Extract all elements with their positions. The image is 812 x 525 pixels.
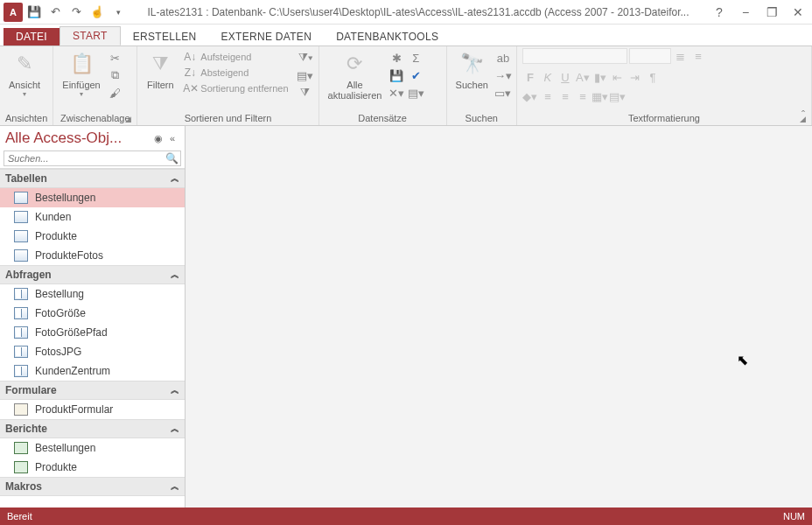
nav-group-header[interactable]: Makros︽ [0,477,185,496]
form-icon [14,403,28,416]
document-area: ⬉ [186,126,812,508]
numbering-icon[interactable]: ≡ [690,48,706,64]
nav-item-label: FotoGrößePfad [35,326,108,339]
totals-icon[interactable]: Σ [408,50,424,66]
nav-collapse-icon[interactable]: « [165,133,179,144]
new-record-icon[interactable]: ✱ [388,50,404,66]
group-collapse-icon[interactable]: ︽ [171,423,179,435]
group-label-textfmt: Textformatierung◢ [522,112,806,125]
copy-icon[interactable]: ⧉ [108,67,123,83]
collapse-ribbon-icon[interactable]: ˆ [802,109,805,122]
nav-header[interactable]: Alle Access-Obj... ◉ « [0,126,185,150]
refresh-all-button[interactable]: ⟳ Alle aktualisieren [325,48,386,102]
tab-externe daten[interactable]: EXTERNE DATEN [208,28,324,46]
minimize-icon[interactable]: − [735,3,756,22]
group-collapse-icon[interactable]: ︽ [171,269,179,281]
nav-item[interactable]: Bestellungen [0,438,185,458]
nav-item[interactable]: Kunden [0,207,185,227]
advanced-filter-icon[interactable]: ▤▾ [298,67,313,83]
help-icon[interactable]: ? [709,3,730,22]
selection-filter-icon[interactable]: ⧩▾ [298,50,313,66]
group-collapse-icon[interactable]: ︽ [171,480,179,493]
nav-item[interactable]: FotoGröße [0,304,185,323]
nav-item-label: Bestellungen [35,192,95,204]
nav-item[interactable]: Bestellungen [0,188,185,207]
save-record-icon[interactable]: 💾 [388,67,404,83]
query-icon [14,326,28,339]
tab-datenbanktools[interactable]: DATENBANKTOOLS [324,28,451,46]
nav-item-label: ProdukteFotos [35,249,103,262]
undo-icon[interactable]: ↶ [46,3,65,22]
filter-button[interactable]: ⧩ Filtern [143,48,178,92]
tab-start[interactable]: START [60,26,121,46]
nav-item[interactable]: ProduktFormular [0,400,185,419]
gridlines-icon[interactable]: ▦▾ [592,88,608,104]
delete-record-icon[interactable]: ✕▾ [388,85,404,101]
fill-color-icon[interactable]: ◆▾ [522,88,538,104]
clipboard-dialog-launcher-icon[interactable]: ◢ [125,115,131,123]
close-icon[interactable]: ✕ [788,3,808,22]
group-ansichten: ✎ Ansicht ▾ Ansichten [0,46,53,125]
nav-item[interactable]: KundenZentrum [0,361,185,381]
nav-search-input[interactable] [4,151,163,165]
sort-asc-button[interactable]: A↓Aufsteigend [181,50,290,64]
nav-item-label: FotosJPG [35,346,81,358]
font-family-select[interactable] [522,48,627,64]
nav-item[interactable]: ProdukteFotos [0,246,185,265]
nav-item-label: Kunden [35,211,71,223]
bullets-icon[interactable]: ≣ [673,48,689,64]
window-controls: ? − ❐ ✕ [709,3,808,22]
nav-group-header[interactable]: Formulare︽ [0,381,185,400]
indent-inc-icon[interactable]: ⇥ [627,69,643,85]
group-label-sortfilter: Sortieren und Filtern [143,112,312,125]
nav-item[interactable]: FotosJPG [0,342,185,361]
tab-erstellen[interactable]: ERSTELLEN [121,28,209,46]
nav-item[interactable]: Produkte [0,227,185,246]
touch-mode-icon[interactable]: ☝ [88,3,107,22]
bold-icon[interactable]: F [522,69,538,85]
sort-desc-button[interactable]: Z↓Absteigend [181,66,290,80]
select-icon[interactable]: ▭▾ [495,85,511,101]
nav-group-header[interactable]: Tabellen︽ [0,169,185,188]
nav-group-header[interactable]: Berichte︽ [0,419,185,438]
tab-file[interactable]: DATEI [4,28,60,46]
ansicht-label: Ansicht [9,80,40,90]
redo-icon[interactable]: ↷ [66,3,86,22]
align-right-icon[interactable]: ≡ [575,88,591,104]
nav-object-list[interactable]: Tabellen︽BestellungenKundenProdukteProdu… [0,168,185,508]
find-button[interactable]: 🔭 Suchen [452,48,492,92]
nav-item[interactable]: FotoGrößePfad [0,323,185,342]
font-size-select[interactable] [629,48,671,64]
group-label-find: Suchen [452,112,511,125]
more-records-icon[interactable]: ▤▾ [408,85,424,101]
cut-icon[interactable]: ✂ [108,50,123,66]
ansicht-button[interactable]: ✎ Ansicht ▾ [5,48,44,100]
highlight-icon[interactable]: ▮▾ [592,69,608,85]
nav-group-header[interactable]: Abfragen︽ [0,265,185,284]
replace-icon[interactable]: ab [495,50,511,66]
qat-customize-icon[interactable]: ▾ [108,3,128,22]
align-left-icon[interactable]: ≡ [540,88,556,104]
underline-icon[interactable]: U [557,69,573,85]
italic-icon[interactable]: K [540,69,556,85]
group-find: 🔭 Suchen ab →▾ ▭▾ Suchen [447,46,517,125]
nav-filter-icon[interactable]: ◉ [151,133,165,144]
group-collapse-icon[interactable]: ︽ [171,384,179,396]
nav-search-icon[interactable]: 🔍 [163,151,180,165]
ltr-icon[interactable]: ¶ [645,69,661,85]
save-icon[interactable]: 💾 [24,3,44,22]
font-color-icon[interactable]: A▾ [575,69,591,85]
alt-row-color-icon[interactable]: ▤▾ [610,88,626,104]
group-collapse-icon[interactable]: ︽ [171,172,179,185]
format-painter-icon[interactable]: 🖌 [108,85,123,101]
paste-button[interactable]: 📋 Einfügen ▾ [59,48,103,100]
sort-clear-button[interactable]: A✕Sortierung entfernen [181,81,290,95]
indent-dec-icon[interactable]: ⇤ [610,69,626,85]
nav-item[interactable]: Bestellung [0,284,185,304]
nav-item[interactable]: Produkte [0,458,185,477]
align-center-icon[interactable]: ≡ [557,88,573,104]
goto-icon[interactable]: →▾ [495,67,511,83]
restore-icon[interactable]: ❐ [761,3,782,22]
toggle-filter-icon[interactable]: ⧩ [298,85,313,101]
spelling-icon[interactable]: ✔ [408,67,424,83]
